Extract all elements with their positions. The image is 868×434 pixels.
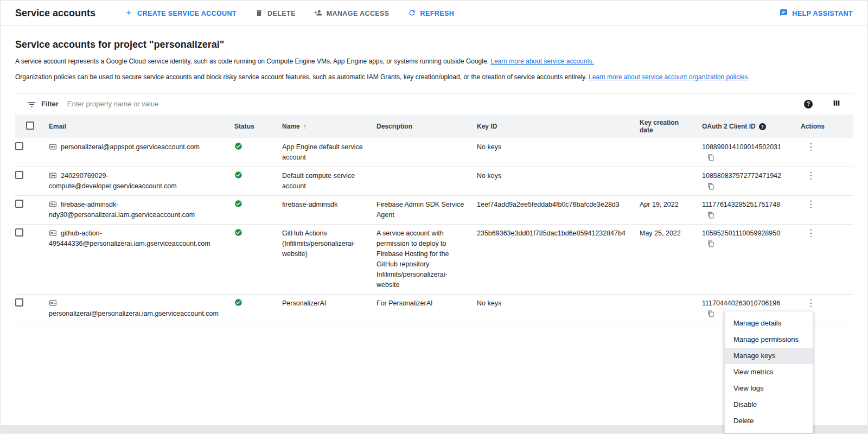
oauth2-client-id: 105952501110059928950: [702, 228, 792, 239]
table-row: 240290769029-compute@developer.gservicea…: [15, 167, 853, 196]
page: Service accounts CREATE SERVICE ACCOUNT …: [0, 0, 868, 434]
copy-icon[interactable]: [707, 154, 714, 163]
main-content: Service accounts for project "personaliz…: [1, 39, 867, 323]
name-cell: GitHub Actions (Infilimits/personalizera…: [282, 225, 376, 294]
column-header-actions: Actions: [801, 118, 857, 135]
row-checkbox[interactable]: [15, 200, 23, 208]
row-actions-button[interactable]: ⋮: [803, 142, 819, 151]
refresh-label: REFRESH: [420, 10, 455, 17]
name-cell: firebase-adminsdk: [282, 196, 376, 224]
service-account-key-icon: [49, 143, 61, 151]
menu-item-view-metrics[interactable]: View metrics: [725, 364, 813, 380]
oauth2-cell: 111776143285251751748: [702, 196, 801, 224]
help-assistant-button[interactable]: HELP ASSISTANT: [780, 9, 853, 18]
filter-input[interactable]: [67, 100, 804, 108]
manage-access-button[interactable]: MANAGE ACCESS: [314, 9, 390, 18]
menu-item-disable[interactable]: Disable: [725, 397, 813, 413]
description-cell: For PersonalizerAI: [376, 295, 477, 323]
copy-icon[interactable]: [707, 310, 714, 319]
row-checkbox[interactable]: [15, 228, 23, 237]
status-cell: [234, 295, 282, 323]
service-accounts-table: Filter ? Email Status Name↑ Description …: [15, 93, 853, 323]
column-display-icon[interactable]: [832, 99, 841, 109]
service-account-key-icon: [49, 229, 61, 237]
row-actions-menu: Manage details Manage permissions Manage…: [724, 311, 813, 433]
name-cell: PersonalizerAI: [282, 295, 376, 323]
manage-access-label: MANAGE ACCESS: [327, 10, 390, 17]
create-service-account-label: CREATE SERVICE ACCOUNT: [137, 10, 237, 17]
intro-text-body: A service account represents a Google Cl…: [15, 58, 489, 65]
column-header-oauth2[interactable]: OAuth 2 Client ID?: [702, 118, 801, 135]
column-header-status[interactable]: Status: [234, 118, 282, 135]
oauth2-help-icon[interactable]: ?: [759, 123, 766, 130]
column-header-name[interactable]: Name↑: [282, 118, 376, 135]
row-actions-button[interactable]: ⋮: [803, 228, 819, 238]
description-cell: [376, 138, 477, 167]
email-link[interactable]: firebase-adminsdk-ndy30@personalizerai.i…: [49, 201, 195, 219]
learn-more-org-policies-link[interactable]: Learn more about service account organiz…: [589, 73, 750, 81]
row-actions-button[interactable]: ⋮: [803, 200, 819, 209]
email-link[interactable]: personalizerai@personalizerai.iam.gservi…: [49, 310, 219, 317]
key-id-cell: No keys: [477, 138, 640, 167]
oauth2-cell: 105952501110059928950: [702, 225, 801, 294]
column-header-oauth2-label: OAuth 2 Client ID: [702, 123, 756, 130]
row-checkbox[interactable]: [15, 142, 23, 150]
copy-icon[interactable]: [707, 240, 714, 249]
menu-item-view-logs[interactable]: View logs: [725, 380, 813, 397]
email-link[interactable]: github-action-495444336@personalizerai.i…: [49, 229, 210, 247]
chat-icon: [780, 9, 788, 18]
column-header-email[interactable]: Email: [49, 118, 234, 135]
status-ok-icon: [234, 144, 242, 152]
key-creation-date-cell: May 25, 2022: [640, 225, 702, 294]
column-header-description[interactable]: Description: [376, 118, 477, 135]
email-cell: personalizerai@personalizerai.iam.gservi…: [49, 295, 234, 323]
row-actions-button[interactable]: ⋮: [803, 171, 819, 180]
row-checkbox[interactable]: [15, 171, 23, 179]
table-header-row: Email Status Name↑ Description Key ID Ke…: [15, 114, 853, 138]
status-ok-icon: [234, 301, 242, 308]
status-ok-icon: [234, 231, 242, 238]
row-actions-button[interactable]: ⋮: [803, 298, 819, 308]
copy-icon[interactable]: [707, 183, 714, 192]
key-id-cell: No keys: [477, 295, 640, 323]
section-title: Service accounts for project "personaliz…: [15, 39, 853, 50]
policy-text: Organization policies can be used to sec…: [15, 73, 829, 82]
learn-more-service-accounts-link[interactable]: Learn more about service accounts.: [490, 58, 594, 65]
filter-help-icon[interactable]: ?: [804, 100, 813, 108]
status-ok-icon: [234, 173, 242, 181]
description-cell: A service account with permission to dep…: [376, 225, 477, 294]
delete-button[interactable]: DELETE: [255, 9, 296, 18]
row-checkbox[interactable]: [15, 298, 23, 307]
status-cell: [234, 196, 282, 224]
email-cell: personalizerai@appspot.gserviceaccount.c…: [49, 138, 234, 167]
sort-ascending-icon: ↑: [303, 122, 307, 130]
key-creation-date-cell: [640, 167, 702, 195]
column-header-key-id[interactable]: Key ID: [477, 118, 640, 135]
refresh-button[interactable]: REFRESH: [408, 9, 455, 18]
refresh-icon: [408, 9, 416, 18]
status-cell: [234, 167, 282, 195]
oauth2-client-id: 108899014109014502031: [702, 142, 792, 152]
status-cell: [234, 138, 282, 167]
copy-icon[interactable]: [707, 212, 714, 220]
policy-text-body: Organization policies can be used to sec…: [15, 73, 587, 81]
select-all-checkbox[interactable]: [26, 122, 34, 130]
intro-text: A service account represents a Google Cl…: [15, 57, 829, 66]
key-id-cell: No keys: [477, 167, 640, 195]
menu-item-manage-keys[interactable]: Manage keys: [725, 348, 813, 364]
create-service-account-button[interactable]: CREATE SERVICE ACCOUNT: [125, 9, 237, 18]
description-cell: [376, 167, 477, 195]
filter-bar: Filter ?: [15, 94, 853, 114]
filter-icon: [27, 99, 36, 109]
table-row: personalizerai@personalizerai.iam.gservi…: [15, 295, 853, 323]
oauth2-cell: 108899014109014502031: [702, 138, 801, 167]
email-link[interactable]: personalizerai@appspot.gserviceaccount.c…: [61, 143, 200, 151]
status-ok-icon: [234, 202, 242, 209]
oauth2-client-id: 108580837572772471942: [702, 171, 792, 181]
menu-item-delete[interactable]: Delete: [725, 413, 813, 429]
service-account-key-icon: [49, 201, 61, 208]
menu-item-manage-details[interactable]: Manage details: [725, 315, 813, 331]
column-header-key-creation-date[interactable]: Key creation date: [640, 114, 702, 138]
email-link[interactable]: 240290769029-compute@developer.gservicea…: [49, 172, 177, 190]
menu-item-manage-permissions[interactable]: Manage permissions: [725, 331, 813, 348]
